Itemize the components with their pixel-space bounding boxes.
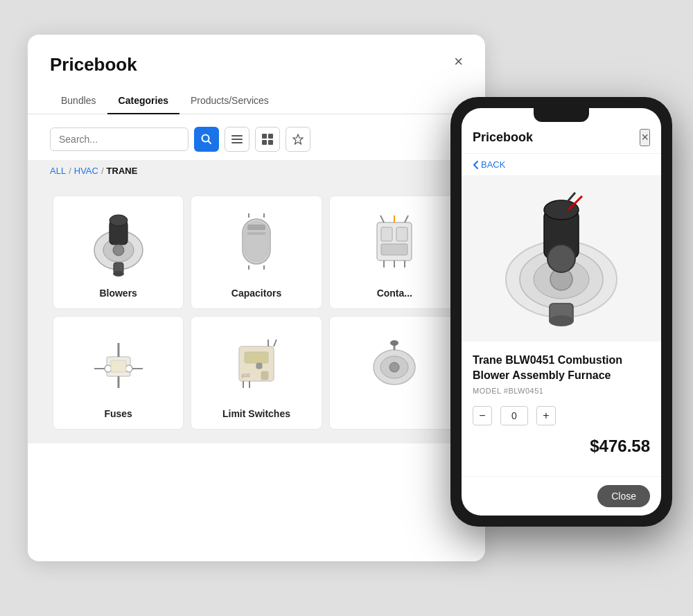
back-chevron-icon	[473, 161, 478, 169]
product-model: MODEL #BLW0451	[473, 387, 650, 395]
blowers-label: Blowers	[99, 288, 137, 299]
search-area	[28, 114, 485, 160]
svg-point-13	[109, 215, 128, 226]
svg-line-29	[380, 215, 384, 222]
svg-rect-27	[396, 227, 407, 241]
star-icon	[292, 134, 304, 145]
product-blower-image	[485, 182, 638, 335]
blower-icon	[80, 212, 157, 278]
fuses-image	[77, 331, 160, 400]
category-grid: Blowers Capacitors	[28, 182, 485, 443]
capacitors-label: Capacitors	[231, 288, 281, 299]
svg-rect-4	[231, 142, 243, 143]
svg-rect-2	[231, 135, 243, 137]
svg-marker-9	[293, 134, 303, 144]
breadcrumb-hvac[interactable]: HVAC	[74, 166, 98, 176]
breadcrumb-current: TRANE	[107, 166, 138, 176]
quantity-increase-button[interactable]: +	[536, 406, 556, 425]
svg-rect-7	[262, 140, 267, 145]
list-view-button[interactable]	[225, 127, 249, 152]
fuses-label: Fuses	[104, 408, 132, 419]
capacitors-image	[215, 210, 298, 279]
phone-mockup: Pricebook × BACK	[450, 97, 672, 527]
category-card-contactors[interactable]: Conta...	[329, 195, 460, 309]
modal-title: Pricebook	[50, 54, 137, 76]
search-input[interactable]	[50, 127, 188, 151]
breadcrumb-sep1: /	[69, 166, 71, 176]
quantity-row: − 0 +	[473, 406, 650, 425]
capacitor-icon	[218, 212, 295, 278]
svg-rect-42	[111, 360, 126, 372]
contactors-image	[353, 210, 436, 279]
phone-product-image	[462, 175, 661, 342]
modal-header: Pricebook ×	[28, 35, 485, 76]
category-card-limit-switches[interactable]: p10 Limit Switches	[191, 316, 322, 430]
svg-point-16	[113, 271, 124, 276]
svg-point-38	[105, 365, 112, 372]
category-card-capacitors[interactable]: Capacitors	[191, 195, 322, 309]
motor-icon	[356, 333, 432, 398]
svg-point-67	[549, 315, 574, 326]
tab-products-services[interactable]: Products/Services	[179, 88, 280, 114]
svg-line-31	[405, 215, 408, 222]
list-icon	[231, 134, 243, 145]
phone-product-info: Trane BLW0451 Combustion Blower Assembly…	[462, 342, 661, 467]
phone-notch	[534, 108, 589, 122]
svg-rect-45	[256, 363, 262, 369]
breadcrumb-sep2: /	[101, 166, 104, 176]
contactors-label: Conta...	[377, 288, 412, 299]
svg-rect-26	[381, 227, 392, 241]
svg-point-65	[547, 245, 575, 272]
svg-point-56	[390, 340, 398, 346]
svg-point-39	[125, 365, 132, 372]
svg-line-51	[274, 340, 277, 346]
svg-rect-28	[381, 244, 407, 255]
grid-view-button[interactable]	[255, 127, 280, 152]
category-card-motors[interactable]	[329, 316, 460, 430]
phone-footer-close-button[interactable]: Close	[597, 485, 650, 507]
phone-footer: Close	[462, 476, 661, 516]
phone-content: Trane BLW0451 Combustion Blower Assembly…	[462, 175, 661, 476]
svg-rect-19	[247, 225, 265, 230]
svg-point-62	[544, 200, 579, 220]
limit-switch-icon: p10	[218, 333, 295, 398]
grid-icon	[262, 134, 273, 145]
search-button[interactable]	[194, 127, 219, 152]
breadcrumb-all[interactable]: ALL	[50, 166, 66, 176]
favorites-button[interactable]	[286, 127, 310, 152]
svg-rect-6	[268, 134, 273, 139]
phone-title: Pricebook	[473, 130, 533, 145]
svg-rect-20	[247, 232, 265, 235]
phone-close-button[interactable]: ×	[640, 129, 650, 146]
product-name: Trane BLW0451 Combustion Blower Assembly…	[473, 353, 650, 384]
svg-text:p10: p10	[242, 373, 250, 378]
breadcrumb: ALL / HVAC / TRANE	[28, 160, 485, 182]
svg-rect-8	[268, 140, 273, 145]
tab-bar: Bundles Categories Products/Services	[28, 88, 485, 114]
phone-screen: Pricebook × BACK	[462, 108, 661, 516]
svg-rect-3	[231, 139, 243, 140]
svg-rect-44	[245, 352, 268, 363]
svg-point-54	[389, 362, 399, 372]
phone-back-button[interactable]: BACK	[462, 154, 661, 175]
category-card-fuses[interactable]: Fuses	[53, 316, 184, 430]
limit-switches-image: p10	[215, 331, 298, 400]
tab-bundles[interactable]: Bundles	[50, 88, 107, 114]
motors-image	[353, 331, 436, 400]
back-label: BACK	[481, 159, 505, 170]
search-icon	[201, 134, 212, 145]
svg-point-14	[113, 245, 124, 256]
quantity-decrease-button[interactable]: −	[473, 406, 492, 425]
contactor-icon	[356, 212, 432, 278]
quantity-display: 0	[500, 406, 528, 425]
svg-rect-5	[262, 134, 267, 139]
fuse-icon	[80, 333, 157, 398]
modal-close-button[interactable]: ×	[454, 54, 463, 69]
pricebook-modal: Pricebook × Bundles Categories Products/…	[28, 35, 485, 561]
tab-categories[interactable]: Categories	[107, 88, 179, 114]
blowers-image	[77, 210, 160, 279]
product-price: $476.58	[473, 437, 650, 456]
category-card-blowers[interactable]: Blowers	[53, 195, 184, 309]
svg-rect-47	[261, 371, 268, 380]
svg-line-1	[209, 141, 211, 144]
